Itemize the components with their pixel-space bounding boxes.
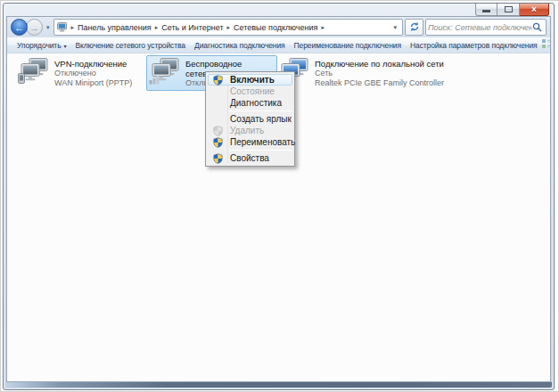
diagnose-connection-button[interactable]: Диагностика подключения — [190, 41, 290, 50]
connection-device: WAN Miniport (PPTP) — [54, 78, 132, 88]
menu-item-delete: Удалить — [208, 125, 292, 136]
menu-item-rename[interactable]: Переименовать — [208, 136, 292, 148]
search-input[interactable] — [428, 23, 532, 32]
menu-separator — [229, 110, 292, 111]
breadcrumb-item-control-panel[interactable]: Панель управления — [75, 23, 154, 32]
minimize-icon — [482, 10, 490, 12]
navigation-bar: ← → ▾ ▸ Панель уп — [7, 17, 550, 37]
breadcrumb-arrow-icon[interactable]: ▸ — [321, 24, 325, 31]
screenshot-root: × ← → ▾ — [0, 0, 559, 392]
context-menu: Включить Состояние Диагностика Создать я… — [205, 71, 295, 167]
connection-tile-lan[interactable]: Подключение по локальной сети Сеть Realt… — [278, 58, 444, 88]
change-connection-settings-button[interactable]: Настройка параметров подключения — [406, 41, 542, 50]
address-dropdown-icon[interactable]: ▾ — [390, 24, 399, 31]
connection-status: Отключено — [54, 69, 132, 78]
caption-buttons: × — [475, 4, 549, 16]
breadcrumb-item-network-connections[interactable]: Сетевые подключения — [231, 23, 320, 32]
maximize-icon — [505, 6, 513, 12]
explorer-window: × ← → ▾ — [3, 3, 555, 390]
wireless-connection-icon — [149, 58, 181, 88]
breadcrumb-arrow-icon[interactable]: ▸ — [71, 24, 75, 31]
chevron-down-icon: ▾ — [63, 44, 66, 49]
network-folder-icon — [57, 22, 69, 32]
toolbar-right-icons: ▾ ? — [542, 39, 550, 51]
uac-shield-icon — [209, 75, 227, 86]
back-button[interactable]: ← — [11, 19, 28, 36]
uac-shield-icon — [209, 153, 227, 164]
recent-pages-dropdown[interactable]: ▾ — [45, 24, 52, 31]
forward-button[interactable]: → — [26, 19, 43, 36]
breadcrumb-item-network-and-internet[interactable]: Сеть и Интернет — [159, 23, 226, 32]
refresh-icon — [409, 20, 420, 36]
close-button[interactable]: × — [520, 4, 549, 16]
enable-network-device-button[interactable]: Включение сетевого устройства — [70, 41, 190, 50]
menu-item-enable[interactable]: Включить — [208, 74, 292, 86]
menu-item-status: Состояние — [208, 86, 292, 97]
connection-status: Сеть — [315, 69, 444, 78]
views-icon — [542, 39, 550, 51]
maximize-button[interactable] — [497, 4, 520, 16]
rename-connection-button[interactable]: Переименование подключения — [290, 41, 406, 50]
connection-tile-vpn[interactable]: VPN-подключение Отключено WAN Miniport (… — [18, 58, 132, 88]
breadcrumb-arrow-icon[interactable]: ▸ — [227, 24, 231, 31]
address-bar[interactable]: ▸ Панель управления ▸ Сеть и Интернет ▸ … — [53, 19, 403, 36]
organize-label: Упорядочить — [17, 41, 61, 50]
connection-device: Realtek PCIe GBE Family Controller — [315, 78, 444, 88]
window-bottom-frame — [5, 382, 552, 388]
search-box[interactable] — [425, 19, 547, 36]
uac-shield-icon-disabled — [209, 126, 227, 136]
menu-item-properties[interactable]: Свойства — [208, 152, 292, 164]
change-view-button[interactable]: ▾ — [542, 39, 550, 51]
menu-separator — [229, 150, 292, 151]
close-icon: × — [531, 4, 537, 15]
forward-icon: → — [29, 22, 39, 33]
back-icon: ← — [14, 22, 24, 33]
minimize-button[interactable] — [475, 4, 497, 16]
refresh-button[interactable] — [405, 19, 423, 36]
connection-name: VPN-подключение — [54, 59, 132, 69]
command-bar: Упорядочить▾ Включение сетевого устройст… — [7, 37, 550, 53]
search-icon — [532, 20, 542, 36]
uac-shield-icon — [209, 137, 227, 148]
breadcrumb-arrow-icon[interactable]: ▸ — [155, 24, 159, 31]
organize-menu-button[interactable]: Упорядочить▾ — [12, 41, 70, 50]
connection-name: Подключение по локальной сети — [315, 59, 444, 69]
menu-item-create-shortcut[interactable]: Создать ярлык — [208, 113, 292, 125]
menu-item-diagnose[interactable]: Диагностика — [208, 97, 292, 109]
vpn-connection-icon — [18, 58, 50, 88]
